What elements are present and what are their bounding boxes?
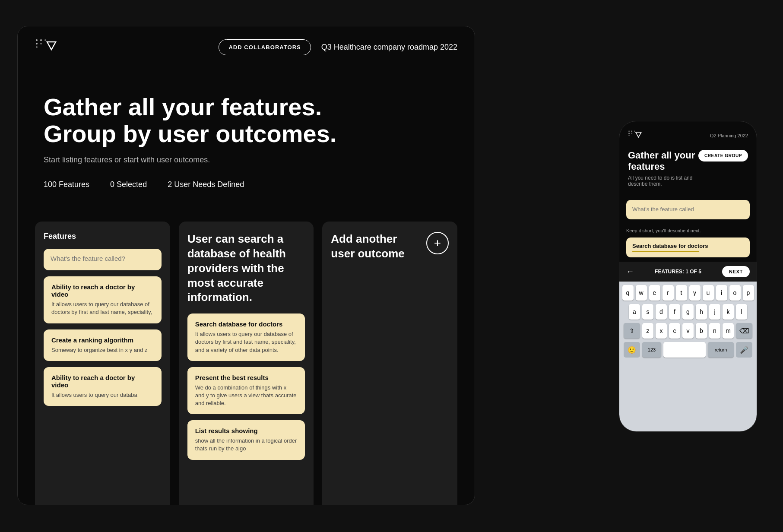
key-i[interactable]: i bbox=[716, 285, 727, 301]
outcome-card-0: Search database for doctors It allows us… bbox=[187, 314, 305, 361]
svg-point-1 bbox=[40, 39, 42, 41]
svg-point-9 bbox=[628, 133, 630, 134]
key-x[interactable]: x bbox=[656, 323, 667, 339]
mobile-feature-input-wrapper[interactable] bbox=[626, 200, 750, 219]
key-a[interactable]: a bbox=[629, 304, 640, 320]
feature-card-1-title: Create a ranking algorithm bbox=[51, 336, 154, 344]
app-wrapper: ADD COLLABORATORS Q3 Healthcare company … bbox=[0, 0, 783, 532]
outcome-card-0-desc: It allows users to query our database of… bbox=[195, 330, 298, 354]
svg-point-7 bbox=[631, 130, 633, 132]
feature-name-input[interactable] bbox=[51, 255, 155, 264]
mobile-hero-subtitle: All you need to do is list and describe … bbox=[628, 175, 698, 187]
stats-bar: 100 Features 0 Selected 2 User Needs Def… bbox=[44, 180, 449, 189]
key-z[interactable]: z bbox=[642, 323, 653, 339]
key-h[interactable]: h bbox=[696, 304, 707, 320]
key-o[interactable]: o bbox=[729, 285, 741, 301]
key-m[interactable]: m bbox=[723, 323, 734, 339]
mobile-keyboard: q w e r t y u i o p a s d f g h j k l bbox=[619, 282, 757, 431]
outcome-headline: User can search a database of health pro… bbox=[187, 232, 305, 305]
add-collaborators-button[interactable]: ADD COLLABORATORS bbox=[219, 39, 311, 55]
header-right: ADD COLLABORATORS Q3 Healthcare company … bbox=[219, 39, 457, 55]
stat-selected: 0 Selected bbox=[110, 180, 147, 189]
desktop-card: ADD COLLABORATORS Q3 Healthcare company … bbox=[17, 26, 475, 505]
key-w[interactable]: w bbox=[636, 285, 647, 301]
stat-needs: 2 User Needs Defined bbox=[168, 180, 244, 189]
features-column-title: Features bbox=[44, 232, 162, 241]
key-f[interactable]: f bbox=[669, 304, 680, 320]
key-l[interactable]: l bbox=[736, 304, 747, 320]
feature-card-1-desc: Someway to organize best in x y and z bbox=[51, 346, 154, 354]
mobile-project-title: Q2 Planning 2022 bbox=[710, 133, 748, 138]
feature-card-2: Ability to reach a doctor by video It al… bbox=[44, 367, 162, 406]
mobile-hero: Gather all your features All you need to… bbox=[619, 146, 757, 200]
back-arrow-icon: ← bbox=[626, 267, 634, 276]
columns-container: Features Ability to reach a doctor by vi… bbox=[18, 211, 475, 505]
key-n[interactable]: n bbox=[709, 323, 720, 339]
mobile-selected-bar bbox=[632, 251, 699, 252]
feature-card-2-desc: It allows users to query our databa bbox=[51, 391, 154, 399]
mobile-selected-feature-title: Search database for doctors bbox=[632, 243, 744, 249]
svg-point-4 bbox=[40, 43, 42, 44]
svg-point-8 bbox=[634, 130, 635, 132]
svg-point-0 bbox=[36, 39, 38, 41]
mobile-card: Q2 Planning 2022 Gather all your feature… bbox=[619, 121, 757, 432]
hero-subtitle: Start listing features or start with use… bbox=[44, 155, 449, 165]
feature-card-0-desc: It allows users to query our database of… bbox=[51, 301, 154, 316]
svg-point-3 bbox=[36, 43, 38, 44]
key-s[interactable]: s bbox=[642, 304, 653, 320]
add-outcome-button[interactable]: + bbox=[426, 232, 449, 254]
key-q[interactable]: q bbox=[622, 285, 634, 301]
key-v[interactable]: v bbox=[682, 323, 694, 339]
key-space[interactable] bbox=[663, 342, 706, 358]
create-group-button[interactable]: CREATE GROUP bbox=[698, 150, 748, 162]
add-outcome-text: Add another user outcome bbox=[331, 232, 426, 261]
svg-point-2 bbox=[44, 39, 46, 41]
outcome-card-1: Present the best results We do a combina… bbox=[187, 367, 305, 415]
mobile-back-button[interactable]: ← bbox=[626, 267, 634, 276]
outcome-card-0-title: Search database for doctors bbox=[195, 320, 298, 328]
key-t[interactable]: t bbox=[676, 285, 687, 301]
mobile-next-button[interactable]: NEXT bbox=[722, 266, 750, 277]
key-return[interactable]: return bbox=[708, 342, 734, 358]
key-g[interactable]: g bbox=[682, 304, 694, 320]
key-num[interactable]: 123 bbox=[642, 342, 661, 358]
hero-headline: Gather all your features. Group by user … bbox=[44, 94, 449, 147]
key-y[interactable]: y bbox=[689, 285, 701, 301]
key-e[interactable]: e bbox=[649, 285, 660, 301]
key-j[interactable]: j bbox=[709, 304, 720, 320]
key-u[interactable]: u bbox=[703, 285, 714, 301]
keyboard-row-3: ⇧ z x c v b n m ⌫ bbox=[621, 323, 755, 339]
hero-section: Gather all your features. Group by user … bbox=[18, 68, 475, 211]
mobile-header: Q2 Planning 2022 bbox=[619, 121, 757, 146]
mobile-feature-name-input[interactable] bbox=[632, 206, 744, 214]
keyboard-row-2: a s d f g h j k l bbox=[621, 304, 755, 320]
add-outcome-column: Add another user outcome + bbox=[322, 222, 457, 505]
keyboard-bottom-row: 🙂 123 return 🎤 bbox=[621, 342, 755, 358]
key-k[interactable]: k bbox=[723, 304, 734, 320]
svg-point-6 bbox=[628, 130, 630, 132]
feature-input-wrapper[interactable] bbox=[44, 249, 162, 270]
mobile-nav-bar: ← FEATURES: 1 OF 5 NEXT bbox=[619, 262, 757, 282]
mobile-selected-card: Search database for doctors bbox=[626, 238, 750, 257]
key-p[interactable]: p bbox=[743, 285, 754, 301]
svg-point-10 bbox=[631, 133, 633, 134]
key-emoji[interactable]: 🙂 bbox=[624, 342, 640, 358]
key-backspace[interactable]: ⌫ bbox=[736, 323, 752, 339]
project-title: Q3 Healthcare company roadmap 2022 bbox=[321, 43, 457, 52]
mobile-logo-icon bbox=[628, 130, 642, 141]
outcome-card-2-desc: show all the information in a logical or… bbox=[195, 437, 298, 453]
outcome-card-1-desc: We do a combination of things with x and… bbox=[195, 384, 298, 408]
mobile-keep-short-hint: Keep it short, you'll describe it next. bbox=[619, 228, 757, 233]
logo-container bbox=[35, 38, 57, 56]
key-r[interactable]: r bbox=[663, 285, 674, 301]
key-b[interactable]: b bbox=[696, 323, 707, 339]
key-c[interactable]: c bbox=[669, 323, 680, 339]
key-shift[interactable]: ⇧ bbox=[624, 323, 640, 339]
key-d[interactable]: d bbox=[656, 304, 667, 320]
mobile-feature-input-section bbox=[619, 200, 757, 228]
svg-point-11 bbox=[628, 135, 630, 136]
keyboard-row-1: q w e r t y u i o p bbox=[621, 285, 755, 301]
key-mic[interactable]: 🎤 bbox=[736, 342, 752, 358]
header: ADD COLLABORATORS Q3 Healthcare company … bbox=[18, 26, 475, 68]
feature-card-0: Ability to reach a doctor by video It al… bbox=[44, 276, 162, 323]
